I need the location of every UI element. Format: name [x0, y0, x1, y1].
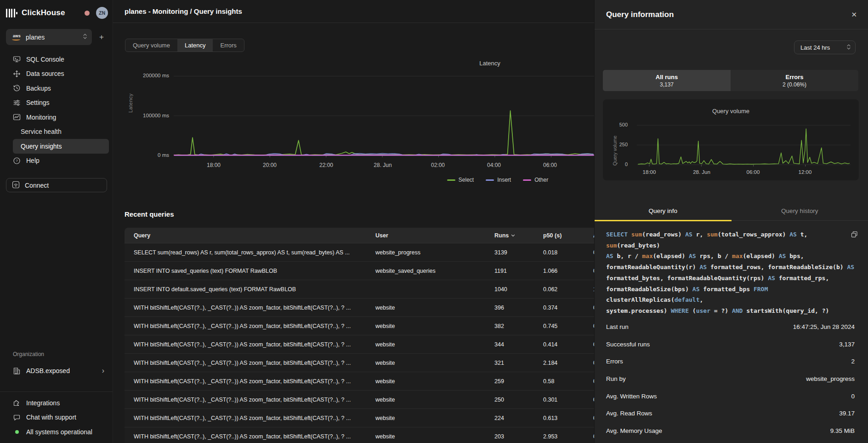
sidebar-item-label: Query insights: [21, 143, 62, 150]
legend-item-insert[interactable]: Insert: [486, 177, 511, 183]
organization-label: Organization: [0, 351, 113, 357]
table-row[interactable]: WITH bitShiftLeft(CAST(?..), _CAST(?..))…: [125, 335, 594, 354]
x-tick: 22:00: [310, 162, 342, 168]
runs-cell: 344: [485, 341, 534, 348]
query-cell: WITH bitShiftLeft(CAST(?..), _CAST(?..))…: [125, 323, 366, 329]
query-cell: WITH bitShiftLeft(CAST(?..), _CAST(?..))…: [125, 341, 366, 348]
p50-cell: 0.745: [534, 323, 584, 329]
avg-cell: 0: [584, 415, 594, 421]
close-icon[interactable]: ✕: [851, 11, 857, 18]
table-row[interactable]: INSERT INTO saved_queries (text) FORMAT …: [125, 262, 594, 280]
tab-latency[interactable]: Latency: [177, 39, 213, 52]
table-row[interactable]: WITH bitShiftLeft(CAST(?..), _CAST(?..))…: [125, 391, 594, 409]
x-tick: 18:00: [198, 162, 230, 168]
avg-cell: 0: [584, 360, 594, 366]
avg-cell: 0: [584, 305, 594, 311]
query-information-panel: Query information ✕ Last 24 hrs All runs…: [594, 0, 868, 443]
copy-icon[interactable]: [851, 230, 858, 242]
sidebar-item-help[interactable]: ? Help: [0, 154, 113, 168]
legend-item-other[interactable]: Other: [523, 177, 548, 183]
sidebar-item-service-health[interactable]: Service health: [0, 125, 113, 139]
sidebar-item-integrations[interactable]: Integrations: [0, 396, 113, 410]
x-tick: 04:00: [478, 162, 510, 168]
sidebar-item-label: SQL Console: [26, 56, 64, 63]
tab-query-volume[interactable]: Query volume: [125, 39, 177, 52]
table-row[interactable]: WITH bitShiftLeft(CAST(?..), _CAST(?..))…: [125, 299, 594, 317]
table-row[interactable]: WITH bitShiftLeft(CAST(?..), _CAST(?..))…: [125, 372, 594, 391]
panel-header: Query information ✕: [595, 0, 868, 29]
runs-cell: 1191: [485, 268, 534, 274]
sidebar-item-chat-support[interactable]: Chat with support: [0, 410, 113, 425]
avg-cell: 1.15: [584, 286, 594, 293]
sidebar-item-label: Backups: [26, 85, 51, 92]
panel-tabs: Query info Query history: [595, 201, 868, 221]
query-volume-chart: [637, 121, 851, 167]
tab-query-info[interactable]: Query info: [595, 201, 732, 220]
y-axis-label: Latency: [128, 93, 133, 113]
user-cell: website: [366, 305, 485, 311]
user-cell: website: [366, 433, 485, 440]
chart-square-icon: [13, 113, 21, 121]
table-row[interactable]: WITH bitShiftLeft(CAST(?..), _CAST(?..))…: [125, 317, 594, 335]
stat-label: Run by: [606, 375, 626, 382]
stat-label: Last run: [606, 323, 629, 330]
user-cell: website_progress: [366, 249, 485, 256]
add-service-button[interactable]: +: [95, 31, 108, 44]
stat-value: website_progress: [806, 375, 855, 382]
avatar[interactable]: ZN: [96, 7, 108, 19]
segment-label: All runs: [656, 74, 678, 81]
terminal-icon: [13, 55, 21, 63]
sidebar-item-label: Data sources: [26, 70, 64, 77]
sort-chevron-icon: [511, 234, 515, 237]
sidebar-item-backups[interactable]: Backups: [0, 81, 113, 96]
table-row[interactable]: SELECT sum(read_rows) AS r, sum(total_ro…: [125, 243, 594, 262]
notification-dot[interactable]: [85, 11, 90, 16]
time-range-selector[interactable]: Last 24 hrs: [794, 40, 856, 54]
connect-button[interactable]: Connect: [6, 178, 107, 192]
organization-selector[interactable]: ADSB.exposed ›: [0, 364, 113, 378]
legend-item-select[interactable]: Select: [447, 177, 474, 183]
organization-name: ADSB.exposed: [26, 367, 70, 374]
runs-cell: 224: [485, 415, 534, 421]
tab-query-history[interactable]: Query history: [732, 201, 868, 220]
table-row[interactable]: INSERT INTO default.saved_queries (text)…: [125, 280, 594, 299]
service-selector[interactable]: aws planes: [6, 29, 92, 45]
stat-row: Avg. Written Rows 0: [606, 387, 855, 405]
recent-queries-table: Query User Runs p50 (s) Avg. SELECT sum(…: [125, 228, 594, 443]
sql-code: SELECT sum(read_rows) AS r, sum(total_ro…: [606, 229, 858, 316]
runs-cell: 259: [485, 378, 534, 385]
sidebar-item-data-sources[interactable]: Data sources: [0, 67, 113, 81]
column-header-runs[interactable]: Runs: [485, 232, 534, 239]
organization-section: Organization ADSB.exposed ›: [0, 351, 113, 378]
p50-cell: 0.414: [534, 341, 584, 348]
column-header-p50: p50 (s): [534, 232, 584, 239]
sidebar: ClickHouse ZN aws planes + SQL Console D…: [0, 0, 113, 443]
avg-cell: 0: [584, 378, 594, 385]
sidebar-item-sql-console[interactable]: SQL Console: [0, 52, 113, 67]
query-volume-title: Query volume: [603, 108, 859, 115]
sidebar-footer: Integrations Chat with support All syste…: [0, 396, 113, 439]
table-row[interactable]: WITH bitShiftLeft(CAST(?..), _CAST(?..))…: [125, 354, 594, 372]
stat-row: p50 latency 0.018s: [606, 439, 855, 443]
segment-all-runs[interactable]: All runs 3,137: [603, 70, 731, 91]
stat-label: Errors: [606, 358, 623, 365]
stat-row: Run by website_progress: [606, 370, 855, 388]
p50-cell: 2.184: [534, 360, 584, 366]
sidebar-item-monitoring[interactable]: Monitoring: [0, 110, 113, 125]
query-cell: INSERT INTO default.saved_queries (text)…: [125, 286, 366, 293]
panel-title: Query information: [606, 10, 674, 19]
segment-errors[interactable]: Errors 2 (0.06%): [731, 70, 858, 91]
stat-row: Avg. Memory Usage 9.35 MiB: [606, 422, 855, 440]
sql-code-block: SELECT sum(read_rows) AS r, sum(total_ro…: [606, 229, 858, 316]
legend-label: Insert: [497, 177, 511, 183]
table-row[interactable]: WITH bitShiftLeft(CAST(?..), _CAST(?..))…: [125, 409, 594, 427]
latency-chart: [174, 69, 594, 158]
sidebar-item-query-insights[interactable]: Query insights: [13, 139, 109, 154]
y-tick: 0 ms: [132, 152, 169, 158]
sidebar-item-system-status[interactable]: All systems operational: [0, 425, 113, 439]
table-body: SELECT sum(read_rows) AS r, sum(total_ro…: [125, 243, 594, 443]
avg-cell: 0: [584, 268, 594, 274]
sidebar-item-settings[interactable]: Settings: [0, 96, 113, 110]
tab-errors[interactable]: Errors: [213, 39, 244, 52]
table-row[interactable]: WITH bitShiftLeft(CAST(?..), _CAST(?..))…: [125, 427, 594, 443]
